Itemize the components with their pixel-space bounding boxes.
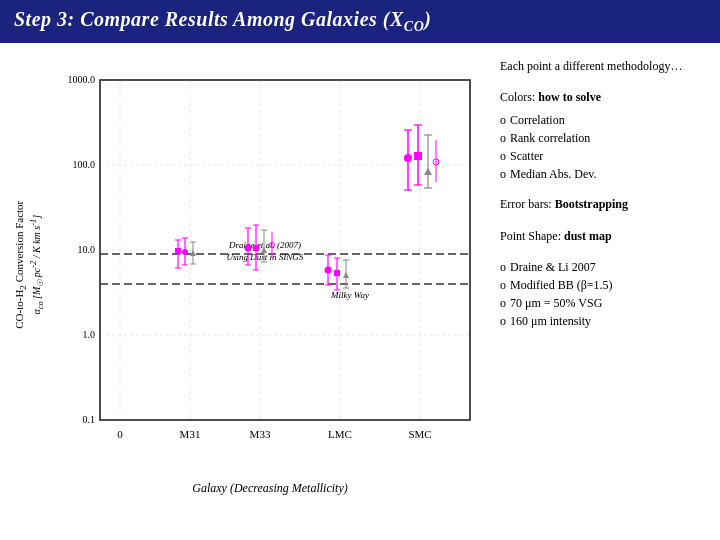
point-shape-section: Point Shape: dust map [500, 227, 710, 246]
svg-text:LMC: LMC [328, 428, 352, 440]
bullet-scatter: o Scatter [500, 147, 710, 165]
dust-bullets-section: o Draine & Li 2007 o Modified BB (β=1.5)… [500, 258, 710, 330]
bullet-draine: o Draine & Li 2007 [500, 258, 710, 276]
svg-text:0: 0 [117, 428, 123, 440]
svg-text:0.1: 0.1 [83, 414, 96, 425]
point-shape-text: Point Shape: dust map [500, 227, 710, 246]
svg-text:1.0: 1.0 [83, 329, 96, 340]
svg-rect-71 [414, 152, 422, 160]
chart-area: CO-to-H2 Conversion Factor αco [M☉ pc-2 … [0, 43, 490, 537]
svg-point-67 [404, 154, 412, 162]
svg-rect-29 [175, 248, 181, 254]
svg-text:10.0: 10.0 [78, 244, 96, 255]
chart-svg: 1000.0 100.0 10.0 1.0 0.1 0 M31 M33 LMC … [60, 53, 480, 487]
page-header: Step 3: Compare Results Among Galaxies (… [0, 0, 720, 43]
colors-label: Colors: how to solve [500, 88, 710, 107]
svg-text:1000.0: 1000.0 [68, 74, 96, 85]
intro-text: Each point a different methodology… [500, 57, 710, 76]
svg-rect-59 [334, 270, 340, 276]
bullet-70um: o 70 μm = 50% VSG [500, 294, 710, 312]
bullet-modified-bb: o Modified BB (β=1.5) [500, 276, 710, 294]
m31-points [175, 238, 196, 268]
svg-point-33 [182, 249, 188, 255]
svg-text:Using Dust in SINGS: Using Dust in SINGS [227, 252, 304, 262]
y-axis-label: CO-to-H2 Conversion Factor αco [M☉ pc-2 … [13, 165, 45, 365]
intro-section: Each point a different methodology… [500, 57, 710, 76]
error-bars-text: Error bars: Bootstrapping [500, 195, 710, 214]
svg-text:M31: M31 [180, 428, 201, 440]
header-title: Step 3: Compare Results Among Galaxies (… [14, 8, 431, 30]
bullet-160um: o 160 μm intensity [500, 312, 710, 330]
bullet-rank: o Rank correlation [500, 129, 710, 147]
svg-text:SMC: SMC [408, 428, 431, 440]
svg-point-55 [325, 267, 332, 274]
svg-point-41 [245, 245, 252, 252]
svg-text:100.0: 100.0 [73, 159, 96, 170]
main-content: CO-to-H2 Conversion Factor αco [M☉ pc-2 … [0, 43, 720, 537]
colors-section: Colors: how to solve o Correlation o Ran… [500, 88, 710, 183]
svg-rect-45 [253, 245, 259, 251]
error-bars-section: Error bars: Bootstrapping [500, 195, 710, 214]
svg-text:Milky Way: Milky Way [330, 290, 369, 300]
bullet-median: o Median Abs. Dev. [500, 165, 710, 183]
svg-text:M33: M33 [250, 428, 271, 440]
bullet-correlation: o Correlation [500, 111, 710, 129]
right-panel: Each point a different methodology… Colo… [490, 43, 720, 537]
